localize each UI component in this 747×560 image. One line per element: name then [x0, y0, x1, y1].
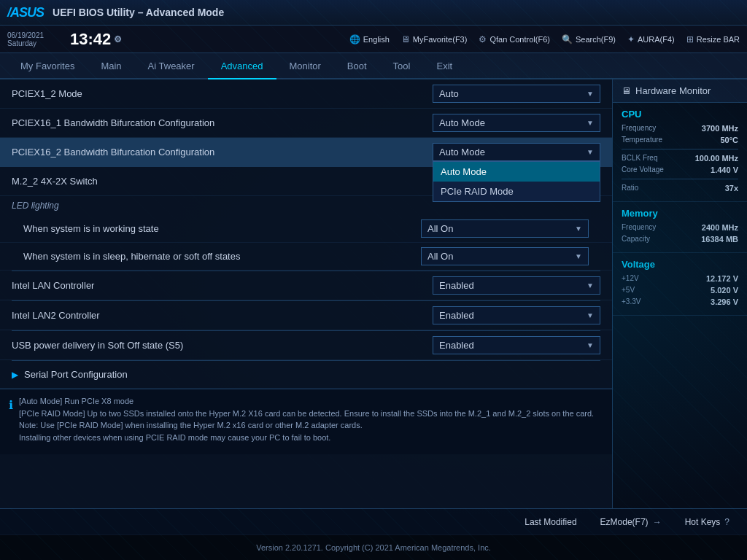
- resizebar-label: Resize BAR: [697, 35, 740, 44]
- ratio-label: Ratio: [622, 184, 638, 192]
- m2-2-label: M.2_2 4X-2X Switch: [12, 176, 98, 187]
- search-btn[interactable]: 🔍 Search(F9): [562, 34, 616, 44]
- header: /ASUS UEFI BIOS Utility – Advanced Mode: [0, 0, 747, 26]
- mem-frequency-label: Frequency: [622, 223, 656, 232]
- question-icon: ?: [724, 517, 729, 527]
- core-voltage-label: Core Voltage: [622, 166, 664, 174]
- aura-btn[interactable]: ✦ AURA(F4): [627, 34, 675, 44]
- usb-power-dropdown[interactable]: Enabled ▼: [433, 336, 600, 354]
- led-sleep-value: All On: [427, 251, 453, 262]
- nav-monitor[interactable]: Monitor: [276, 53, 334, 79]
- right-panel: 🖥 Hardware Monitor CPU Frequency 3700 MH…: [612, 79, 747, 508]
- search-icon: 🔍: [562, 34, 573, 44]
- led-working-value: All On: [427, 223, 453, 234]
- aura-label: AURA(F4): [638, 35, 675, 44]
- left-panel: PCIEX1_2 Mode Auto ▼ PCIEX16_1 Bandwidth…: [0, 79, 612, 508]
- volt-5v-label: +5V: [622, 286, 635, 295]
- arrow-right-icon: →: [653, 517, 662, 527]
- dropdown-option-pcie-raid[interactable]: PCIe RAID Mode: [433, 182, 600, 201]
- pciex16-2-dropdown-container: Auto Mode ▼ Auto Mode PCIe RAID Mode: [433, 143, 600, 161]
- ez-mode-btn[interactable]: EzMode(F7) →: [595, 514, 667, 530]
- settings-icon[interactable]: ⚙: [114, 34, 122, 44]
- mem-frequency-value: 2400 MHz: [702, 223, 738, 232]
- bclk-freq-label: BCLK Freq: [622, 154, 657, 163]
- pciex16-2-dropdown-menu: Auto Mode PCIe RAID Mode: [433, 161, 600, 202]
- pciex16-1-value: Auto Mode: [439, 117, 485, 128]
- led-working-label: When system is in working state: [23, 223, 159, 234]
- setting-pciex16-1[interactable]: PCIEX16_1 Bandwidth Bifurcation Configur…: [0, 109, 612, 138]
- intel-lan1-value: Enabled: [439, 280, 474, 291]
- setting-pciex1-2[interactable]: PCIEX1_2 Mode Auto ▼: [0, 79, 612, 109]
- info-line-2: [PCIe RAID Mode] Up to two SSDs installe…: [19, 408, 603, 420]
- cpu-temperature-label: Temperature: [622, 136, 662, 144]
- dropdown-option-auto-mode[interactable]: Auto Mode: [433, 162, 600, 182]
- memory-section: Memory Frequency 2400 MHz Capacity 16384…: [613, 202, 747, 253]
- pciex16-1-dropdown[interactable]: Auto Mode ▼: [433, 114, 600, 132]
- globe-icon: 🌐: [349, 34, 360, 44]
- chevron-down-icon: ▼: [575, 225, 582, 233]
- usb-power-row[interactable]: USB power delivery in Soft Off state (S5…: [0, 331, 612, 360]
- intel-lan2-row[interactable]: Intel LAN2 Controller Enabled ▼: [0, 301, 612, 330]
- setting-pciex16-2[interactable]: PCIEX16_2 Bandwidth Bifurcation Configur…: [0, 138, 612, 167]
- cpu-frequency-row: Frequency 3700 MHz: [622, 124, 738, 133]
- chevron-down-icon: ▼: [587, 119, 594, 127]
- cpu-temperature-row: Temperature 50°C: [622, 136, 738, 144]
- hw-monitor-header: 🖥 Hardware Monitor: [613, 79, 747, 103]
- settings-list: PCIEX1_2 Mode Auto ▼ PCIEX16_1 Bandwidth…: [0, 79, 612, 389]
- volt-12v-row: +12V 12.172 V: [622, 274, 738, 283]
- myfavorite-btn[interactable]: 🖥 MyFavorite(F3): [401, 34, 468, 44]
- cpu-divider-1: [622, 149, 738, 149]
- chevron-down-icon: ▼: [587, 341, 594, 349]
- led-working-row[interactable]: When system is in working state All On ▼: [0, 215, 612, 243]
- intel-lan2-label: Intel LAN2 Controller: [12, 310, 100, 321]
- nav-tool[interactable]: Tool: [380, 53, 424, 79]
- timebar: 06/19/2021 Saturday 13:42 ⚙ 🌐 English 🖥 …: [0, 26, 747, 53]
- time-display: 13:42 ⚙: [70, 30, 122, 49]
- hot-keys-btn[interactable]: Hot Keys ?: [679, 514, 735, 530]
- led-working-dropdown[interactable]: All On ▼: [421, 219, 589, 238]
- aura-icon: ✦: [627, 34, 635, 44]
- language-selector[interactable]: 🌐 English: [349, 34, 390, 44]
- volt-33v-value: 3.296 V: [711, 298, 738, 306]
- usb-power-value: Enabled: [439, 340, 474, 351]
- nav-boot[interactable]: Boot: [334, 53, 380, 79]
- cpu-title: CPU: [622, 109, 738, 120]
- nav-advanced[interactable]: Advanced: [208, 53, 276, 79]
- chevron-down-icon: ▼: [587, 148, 594, 156]
- info-text: [Auto Mode] Run PCIe X8 mode [PCIe RAID …: [19, 395, 603, 448]
- last-modified-label: Last Modified: [525, 517, 576, 527]
- qfan-btn[interactable]: ⚙ Qfan Control(F6): [479, 34, 550, 44]
- serial-port-row[interactable]: ▶ Serial Port Configuration: [0, 361, 612, 389]
- info-line-3: Note: Use [PCIe RAID Mode] when installi…: [19, 419, 603, 432]
- date-text: 06/19/2021: [7, 31, 58, 39]
- intel-lan1-row[interactable]: Intel LAN Controller Enabled ▼: [0, 271, 612, 300]
- volt-5v-value: 5.020 V: [711, 286, 738, 295]
- day-text: Saturday: [7, 39, 58, 47]
- intel-lan2-dropdown[interactable]: Enabled ▼: [433, 306, 600, 324]
- led-sleep-dropdown[interactable]: All On ▼: [421, 247, 589, 265]
- pciex1-2-dropdown[interactable]: Auto ▼: [433, 85, 600, 103]
- hw-monitor-title: Hardware Monitor: [635, 85, 711, 96]
- expand-arrow-icon: ▶: [12, 370, 18, 380]
- resizebar-btn[interactable]: ⊞ Resize BAR: [686, 34, 740, 44]
- nav-main[interactable]: Main: [88, 53, 134, 79]
- mem-frequency-row: Frequency 2400 MHz: [622, 223, 738, 232]
- main-content: PCIEX1_2 Mode Auto ▼ PCIEX16_1 Bandwidth…: [0, 79, 747, 508]
- led-sleep-row[interactable]: When system is in sleep, hibernate or so…: [0, 243, 612, 271]
- voltage-title: Voltage: [622, 259, 738, 270]
- nav-ai-tweaker[interactable]: Ai Tweaker: [135, 53, 208, 79]
- led-sleep-label: When system is in sleep, hibernate or so…: [23, 251, 240, 262]
- chevron-down-icon: ▼: [575, 252, 582, 260]
- nav-bar: My Favorites Main Ai Tweaker Advanced Mo…: [0, 53, 747, 79]
- intel-lan1-dropdown[interactable]: Enabled ▼: [433, 276, 600, 295]
- last-modified-btn[interactable]: Last Modified: [519, 514, 582, 530]
- core-voltage-value: 1.440 V: [711, 166, 738, 174]
- memory-title: Memory: [622, 208, 738, 219]
- pciex16-2-dropdown[interactable]: Auto Mode ▼: [433, 143, 600, 161]
- version-text: Version 2.20.1271. Copyright (C) 2021 Am…: [256, 543, 491, 552]
- cpu-divider-2: [622, 179, 738, 179]
- info-icon: ℹ: [9, 397, 13, 448]
- nav-my-favorites[interactable]: My Favorites: [7, 53, 88, 79]
- mem-capacity-label: Capacity: [622, 235, 650, 244]
- nav-exit[interactable]: Exit: [423, 53, 465, 79]
